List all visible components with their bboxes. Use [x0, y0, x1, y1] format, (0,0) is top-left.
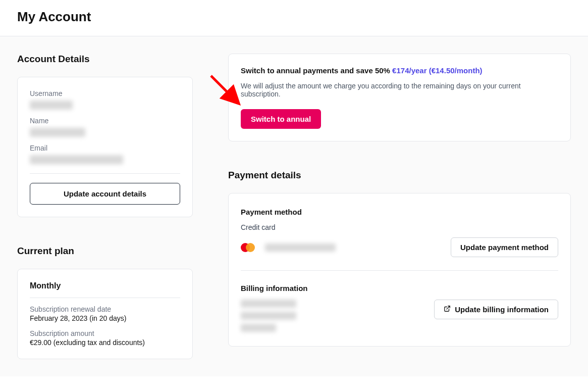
update-billing-label: Update billing information — [455, 305, 549, 314]
card-number-redacted — [265, 243, 336, 252]
current-plan-heading: Current plan — [17, 246, 193, 257]
current-plan-card: Monthly Subscription renewal date Februa… — [17, 269, 193, 359]
promo-lead: Switch to annual payments and save 50% €… — [241, 66, 558, 75]
promo-price-month: (€14.50/month) — [429, 66, 483, 75]
payment-method-heading: Payment method — [241, 208, 558, 216]
email-value-redacted — [30, 155, 123, 164]
payment-method-section: Payment method Credit card Update paymen… — [241, 208, 558, 257]
promo-price-year: €174/year — [392, 66, 426, 75]
billing-address-redacted — [241, 300, 296, 332]
update-payment-method-button[interactable]: Update payment method — [451, 237, 558, 257]
left-column: Account Details Username Name Email Upda… — [17, 54, 193, 359]
mastercard-icon — [241, 243, 255, 252]
renewal-label: Subscription renewal date — [30, 305, 180, 313]
page-title: My Account — [17, 9, 571, 25]
account-details-heading: Account Details — [17, 54, 193, 65]
card-info — [241, 243, 336, 252]
email-field: Email — [30, 144, 180, 164]
billing-info-section: Billing information — [241, 284, 558, 332]
external-link-icon — [444, 305, 451, 314]
amount-label: Subscription amount — [30, 329, 180, 337]
billing-info-heading: Billing information — [241, 284, 558, 292]
divider — [241, 270, 558, 271]
username-value-redacted — [30, 101, 73, 110]
plan-name: Monthly — [30, 281, 180, 290]
promo-body: We will adjust the amount we charge you … — [241, 82, 558, 98]
billing-info-row: Update billing information — [241, 300, 558, 332]
payment-details-card: Payment method Credit card Update paymen… — [228, 193, 571, 347]
name-value-redacted — [30, 128, 85, 137]
payment-method-row: Update payment method — [241, 237, 558, 257]
update-billing-info-button[interactable]: Update billing information — [434, 300, 558, 319]
page-header: My Account — [0, 0, 588, 36]
name-label: Name — [30, 117, 180, 125]
renewal-value: February 28, 2023 (in 20 days) — [30, 314, 180, 322]
account-details-card: Username Name Email Update account detai… — [17, 77, 193, 217]
svg-line-1 — [447, 306, 450, 309]
update-account-button[interactable]: Update account details — [30, 183, 180, 205]
divider — [30, 173, 180, 174]
payment-details-heading: Payment details — [228, 170, 571, 181]
amount-value: €29.00 (excluding tax and discounts) — [30, 338, 180, 347]
name-field: Name — [30, 117, 180, 137]
username-field: Username — [30, 89, 180, 110]
switch-annual-card: Switch to annual payments and save 50% €… — [228, 54, 571, 141]
right-column: Switch to annual payments and save 50% €… — [228, 54, 571, 359]
divider — [30, 298, 180, 298]
username-label: Username — [30, 89, 180, 97]
switch-to-annual-button[interactable]: Switch to annual — [241, 109, 321, 129]
main-content: Account Details Username Name Email Upda… — [0, 36, 588, 376]
promo-lead-bold: Switch to annual payments and save 50% — [241, 66, 390, 75]
payment-method-type: Credit card — [241, 223, 558, 231]
email-label: Email — [30, 144, 180, 152]
